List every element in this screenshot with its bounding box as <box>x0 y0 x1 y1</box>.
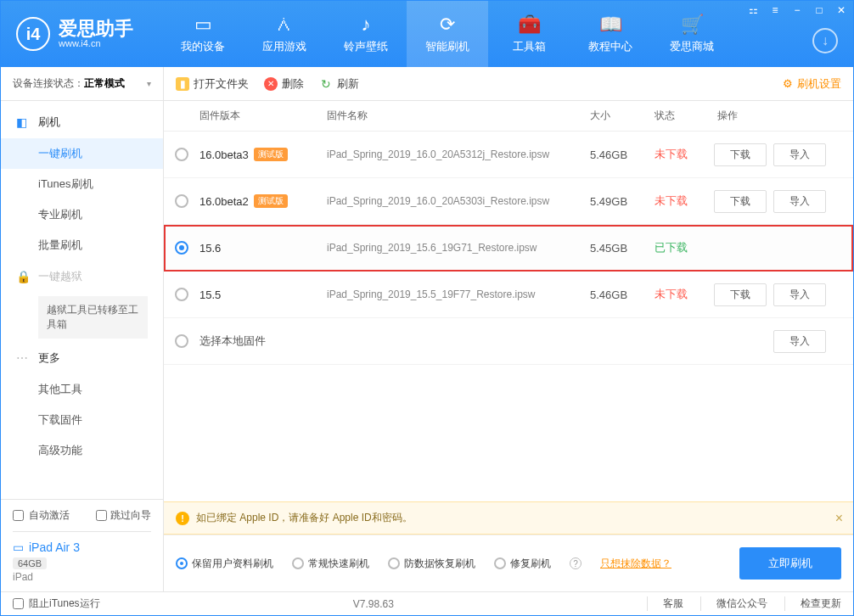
flash-settings-button[interactable]: ⚙刷机设置 <box>783 76 841 92</box>
main: ▮打开文件夹 ✕删除 ↻刷新 ⚙刷机设置 固件版本 固件名称 大小 状态 操作 … <box>164 67 853 591</box>
folder-icon: ▮ <box>176 77 189 91</box>
notice-text: 如已绑定 Apple ID，请准备好 Apple ID和密码。 <box>196 511 413 525</box>
import-button[interactable]: 导入 <box>773 143 826 166</box>
firmware-size: 5.49GB <box>590 195 655 208</box>
beta-tag: 测试版 <box>254 148 288 161</box>
download-center-icon[interactable]: ↓ <box>812 28 838 53</box>
flash-options: 保留用户资料刷机 常规快速刷机 防数据恢复刷机 修复刷机 ? 只想抹除数据？ 立… <box>164 535 853 591</box>
nav-flash[interactable]: ⟳智能刷机 <box>407 1 488 67</box>
version-text: 16.0beta3 <box>199 148 249 161</box>
th-version: 固件版本 <box>199 109 327 123</box>
side-group-flash[interactable]: ◧刷机 <box>1 106 163 138</box>
flash-now-button[interactable]: 立即刷机 <box>739 547 841 580</box>
firmware-status: 未下载 <box>655 147 714 162</box>
table-row[interactable]: 15.6iPad_Spring_2019_15.6_19G71_Restore.… <box>164 225 853 272</box>
table-body: 16.0beta3测试版iPad_Spring_2019_16.0_20A531… <box>164 132 853 501</box>
auto-activate-checkbox[interactable] <box>13 510 24 521</box>
help-icon[interactable]: ? <box>570 557 582 569</box>
opt-repair[interactable]: 修复刷机 <box>494 557 551 571</box>
minimize-icon[interactable]: − <box>790 4 804 16</box>
nav-apps[interactable]: ⩑应用游戏 <box>244 1 325 67</box>
menu-icon[interactable]: ⚏ <box>746 4 760 16</box>
row-radio[interactable] <box>175 334 188 348</box>
open-folder-button[interactable]: ▮打开文件夹 <box>176 76 249 92</box>
device-status[interactable]: 设备连接状态： 正常模式 ▾ <box>1 67 163 101</box>
row-radio[interactable] <box>175 148 188 161</box>
firmware-status: 未下载 <box>655 287 714 302</box>
notice-bar: ! 如已绑定 Apple ID，请准备好 Apple ID和密码。 × <box>164 501 853 535</box>
side-item-pro[interactable]: 专业刷机 <box>1 199 163 230</box>
side-item-advanced[interactable]: 高级功能 <box>1 435 163 466</box>
side-item-download[interactable]: 下载固件 <box>1 405 163 435</box>
opt-anti-recover[interactable]: 防数据恢复刷机 <box>388 557 475 571</box>
import-button[interactable]: 导入 <box>773 330 826 353</box>
notice-close-icon[interactable]: × <box>835 511 843 526</box>
support-link[interactable]: 客服 <box>647 596 683 611</box>
nav-ringtones[interactable]: ♪铃声壁纸 <box>325 1 407 67</box>
table-row[interactable]: 15.5iPad_Spring_2019_15.5_19F77_Restore.… <box>164 272 853 318</box>
refresh-icon: ↻ <box>319 77 333 91</box>
row-radio[interactable] <box>175 241 188 255</box>
logo-icon: i4 <box>16 17 50 51</box>
block-itunes-checkbox[interactable] <box>13 598 24 609</box>
import-button[interactable]: 导入 <box>773 283 826 306</box>
warning-icon: ! <box>176 512 189 525</box>
local-firmware-row[interactable]: 选择本地固件导入 <box>164 318 853 365</box>
version-label: V7.98.63 <box>100 598 647 610</box>
update-link[interactable]: 检查更新 <box>784 596 841 611</box>
opt-normal[interactable]: 常规快速刷机 <box>292 557 369 571</box>
nav-my-device[interactable]: ▭我的设备 <box>162 1 244 67</box>
apps-icon: ⩑ <box>275 14 294 36</box>
list-icon[interactable]: ≡ <box>768 4 782 16</box>
device-icon: ▭ <box>13 540 24 554</box>
side-item-other[interactable]: 其他工具 <box>1 374 163 405</box>
erase-link[interactable]: 只想抹除数据？ <box>600 557 671 571</box>
nav-tabs: ▭我的设备 ⩑应用游戏 ♪铃声壁纸 ⟳智能刷机 🧰工具箱 📖教程中心 🛒爱思商城 <box>162 1 733 67</box>
firmware-name: iPad_Spring_2019_15.5_19F77_Restore.ipsw <box>327 288 590 300</box>
phone-icon: ▭ <box>194 14 212 36</box>
refresh-icon: ⟳ <box>440 14 455 36</box>
version-text: 15.6 <box>199 242 221 255</box>
side-nav: ◧刷机 一键刷机 iTunes刷机 专业刷机 批量刷机 🔒一键越狱 越狱工具已转… <box>1 101 163 499</box>
import-button[interactable]: 导入 <box>773 190 826 213</box>
opt-keep-data[interactable]: 保留用户资料刷机 <box>176 557 273 571</box>
table-row[interactable]: 16.0beta3测试版iPad_Spring_2019_16.0_20A531… <box>164 132 853 178</box>
nav-toolbox[interactable]: 🧰工具箱 <box>488 1 570 67</box>
music-icon: ♪ <box>362 14 371 36</box>
table-row[interactable]: 16.0beta2测试版iPad_Spring_2019_16.0_20A530… <box>164 178 853 225</box>
device-block[interactable]: ▭iPad Air 3 64GB iPad <box>13 531 151 583</box>
app-name: 爱思助手 <box>59 20 133 38</box>
app-url: www.i4.cn <box>59 38 133 48</box>
nav-tutorials[interactable]: 📖教程中心 <box>570 1 651 67</box>
beta-tag: 测试版 <box>254 194 288 208</box>
refresh-button[interactable]: ↻刷新 <box>319 76 359 92</box>
skip-guide-checkbox[interactable] <box>96 510 107 521</box>
delete-icon: ✕ <box>264 77 278 91</box>
window-controls: ⚏ ≡ − □ ✕ <box>746 4 848 16</box>
local-firmware-label: 选择本地固件 <box>199 333 266 349</box>
version-text: 15.5 <box>199 288 221 301</box>
table-header: 固件版本 固件名称 大小 状态 操作 <box>164 101 853 132</box>
side-group-jailbreak: 🔒一键越狱 <box>1 260 163 293</box>
header: i4 爱思助手 www.i4.cn ▭我的设备 ⩑应用游戏 ♪铃声壁纸 ⟳智能刷… <box>1 1 853 67</box>
th-size: 大小 <box>590 109 655 123</box>
download-button[interactable]: 下载 <box>714 143 767 166</box>
wechat-link[interactable]: 微信公众号 <box>700 596 767 611</box>
side-item-oneclick[interactable]: 一键刷机 <box>1 138 163 169</box>
side-item-itunes[interactable]: iTunes刷机 <box>1 169 163 199</box>
row-radio[interactable] <box>175 194 188 208</box>
firmware-size: 5.45GB <box>590 242 655 255</box>
firmware-status: 未下载 <box>655 193 714 209</box>
gear-icon: ⚙ <box>783 77 793 90</box>
side-group-more[interactable]: ⋯更多 <box>1 342 163 374</box>
maximize-icon[interactable]: □ <box>812 4 826 16</box>
close-icon[interactable]: ✕ <box>834 4 848 16</box>
row-radio[interactable] <box>175 288 188 301</box>
delete-button[interactable]: ✕删除 <box>264 76 304 92</box>
nav-store[interactable]: 🛒爱思商城 <box>651 1 733 67</box>
download-button[interactable]: 下载 <box>714 190 767 213</box>
statusbar: 阻止iTunes运行 V7.98.63 客服 微信公众号 检查更新 <box>1 591 853 615</box>
side-item-batch[interactable]: 批量刷机 <box>1 230 163 260</box>
th-ops: 操作 <box>714 109 841 123</box>
download-button[interactable]: 下载 <box>714 283 767 306</box>
